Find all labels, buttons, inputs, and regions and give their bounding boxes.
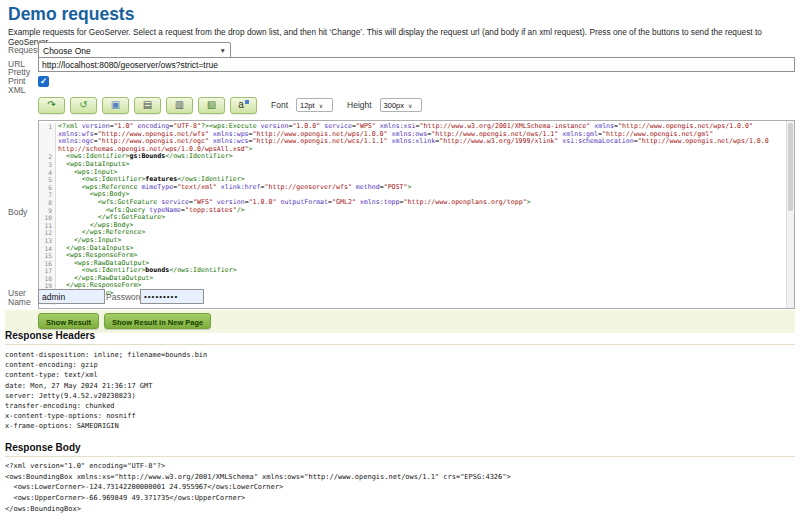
syntax-highlight-button[interactable]: a xyxy=(230,97,257,114)
code-line-text: <ows:Identifier>bounds</ows:Identifier> xyxy=(56,267,786,275)
line-number: 2 xyxy=(39,153,56,161)
line-number: 5 xyxy=(39,176,56,184)
font-select-value: 12pt xyxy=(300,101,315,110)
response-header-line: server: Jetty(9.4.52.v20230823) xyxy=(5,391,207,401)
code-line-text: <ows:Identifier>gs:Bounds</ows:Identifie… xyxy=(56,153,786,161)
response-body-line: <ows:BoundingBox xmlns:xs="http://www.w3… xyxy=(5,472,511,483)
response-header-line: content-encoding: gzip xyxy=(5,360,207,370)
reformat-button[interactable]: ▤ xyxy=(134,97,161,114)
chevron-down-icon: ▼ xyxy=(220,47,226,54)
line-number: 12 xyxy=(39,229,56,237)
curved-arrow-left-icon: ↺ xyxy=(79,100,87,110)
response-header-line: content-type: text/xml xyxy=(5,370,207,380)
undo-button[interactable]: ↺ xyxy=(70,97,97,114)
editor-scrollbar[interactable] xyxy=(786,121,794,308)
code-line: 18 </wps:RawDataOutput> xyxy=(39,275,786,283)
code-line: 2 <ows:Identifier>gs:Bounds</ows:Identif… xyxy=(39,153,786,161)
response-headers-block: content-disposition: inline; filename=bo… xyxy=(5,350,207,432)
response-body-line: <?xml version="1.0" encoding="UTF-8"?> xyxy=(5,461,511,472)
pretty-print-checkbox[interactable]: ✓ xyxy=(38,76,49,87)
url-input[interactable] xyxy=(38,57,795,72)
code-line-text: <wps:DataInputs> xyxy=(56,161,786,169)
scrollbar-thumb[interactable] xyxy=(788,123,793,211)
line-number: 13 xyxy=(39,237,56,245)
font-label: Font xyxy=(271,100,288,110)
line-number: 8 xyxy=(39,199,56,207)
response-body-heading: Response Body xyxy=(5,442,81,453)
code-line-text: </wfs:GetFeature> xyxy=(56,214,786,222)
height-label: Height xyxy=(347,100,372,110)
code-line: 3 <wps:DataInputs> xyxy=(39,161,786,169)
response-body-block: <?xml version="1.0" encoding="UTF-8"?><o… xyxy=(5,461,511,515)
line-number: 14 xyxy=(39,245,56,253)
lines-icon: ▤ xyxy=(143,100,152,110)
font-select[interactable]: 12pt ∨ xyxy=(296,98,333,112)
geoserver-demo-requests-page: Demo requests Example requests for GeoSe… xyxy=(0,0,800,527)
line-number: 1 xyxy=(39,123,56,153)
line-number: 18 xyxy=(39,275,56,283)
line-number: 4 xyxy=(39,169,56,177)
request-select-value: Choose One xyxy=(43,46,91,56)
password-label: Password xyxy=(106,293,143,302)
check-icon: ✓ xyxy=(40,76,47,86)
line-number: 11 xyxy=(39,222,56,230)
code-line-text: </wps:RawDataOutput> xyxy=(56,275,786,283)
line-number: 15 xyxy=(39,252,56,260)
show-result-button[interactable]: Show Result xyxy=(38,313,99,329)
code-line-text: </wps:Reference> xyxy=(56,229,786,237)
code-line-text: <wfs:Query typeName="topp:states"/> xyxy=(56,207,786,215)
response-header-line: content-disposition: inline; filename=bo… xyxy=(5,350,207,360)
response-body-line: <ows:UpperCorner>-66.969849 49.371735</o… xyxy=(5,493,511,504)
green-box-icon: ▧ xyxy=(207,100,216,110)
response-header-line: transfer-encoding: chunked xyxy=(5,401,207,411)
code-line-text: <wps:ResponseForm> xyxy=(56,252,786,260)
redo-button[interactable]: ↷ xyxy=(38,97,65,114)
response-body-line: <ows:LowerCorner>-124.73142200000001 24.… xyxy=(5,482,511,493)
code-line: 15 <wps:ResponseForm> xyxy=(39,252,786,260)
pretty-print-label: Pretty Print XML xyxy=(8,68,38,96)
request-label: Request xyxy=(8,46,40,55)
letters-ab-icon: a xyxy=(238,100,249,110)
password-input[interactable] xyxy=(140,289,204,304)
code-line: 10 </wfs:GetFeature> xyxy=(39,214,786,222)
code-line: 12 </wps:Reference> xyxy=(39,229,786,237)
dark-box-icon: ▥ xyxy=(175,100,184,110)
line-number: 17 xyxy=(39,267,56,275)
code-line: 14 </wps:DataInputs> xyxy=(39,245,786,253)
response-header-line: date: Mon, 27 May 2024 21:36:17 GMT xyxy=(5,381,207,391)
code-line: 1<?xml version="1.0" encoding="UTF-8"?><… xyxy=(39,123,786,153)
code-line: 11 </wps:Body> xyxy=(39,222,786,230)
upload-button[interactable]: ▧ xyxy=(198,97,225,114)
download-button[interactable]: ▥ xyxy=(166,97,193,114)
line-number: 6 xyxy=(39,184,56,192)
line-number: 9 xyxy=(39,207,56,215)
fullscreen-editor-button[interactable]: ▣ xyxy=(102,97,129,114)
response-header-line: x-content-type-options: nosniff xyxy=(5,411,207,421)
code-line: 13 </wps:Input> xyxy=(39,237,786,245)
code-line: 6 <wps:Reference mimeType="text/xml" xli… xyxy=(39,184,786,192)
action-band: Show Result Show Result in New Page xyxy=(5,310,795,333)
code-lines: 1<?xml version="1.0" encoding="UTF-8"?><… xyxy=(39,123,786,305)
username-input[interactable] xyxy=(38,289,105,304)
chevron-down-icon: ∨ xyxy=(408,102,412,109)
height-select-value: 300px xyxy=(384,101,404,110)
page-title: Demo requests xyxy=(8,4,134,25)
show-result-new-page-button[interactable]: Show Result in New Page xyxy=(104,313,211,329)
chevron-down-icon: ∨ xyxy=(319,102,323,109)
monitor-arrow-icon: ▣ xyxy=(111,100,120,110)
body-label: Body xyxy=(8,208,27,217)
divider xyxy=(5,456,795,457)
xml-body-editor[interactable]: 1<?xml version="1.0" encoding="UTF-8"?><… xyxy=(38,120,795,309)
line-number: 3 xyxy=(39,161,56,169)
code-line-text: <?xml version="1.0" encoding="UTF-8"?><w… xyxy=(56,123,786,153)
line-number: 16 xyxy=(39,260,56,268)
editor-toolbar: ↷↺▣▤▥▧a Font 12pt ∨ Height 300px ∨ xyxy=(38,95,422,115)
editor-toolbar-buttons: ↷↺▣▤▥▧a xyxy=(38,97,257,114)
code-line-text: <wps:Reference mimeType="text/xml" xlink… xyxy=(56,184,786,192)
line-number: 10 xyxy=(39,214,56,222)
response-headers-heading: Response Headers xyxy=(5,330,95,341)
divider xyxy=(5,344,795,345)
height-select[interactable]: 300px ∨ xyxy=(380,98,422,112)
username-label: User Name xyxy=(8,289,34,307)
code-line-text: </wps:Body> xyxy=(56,222,786,230)
